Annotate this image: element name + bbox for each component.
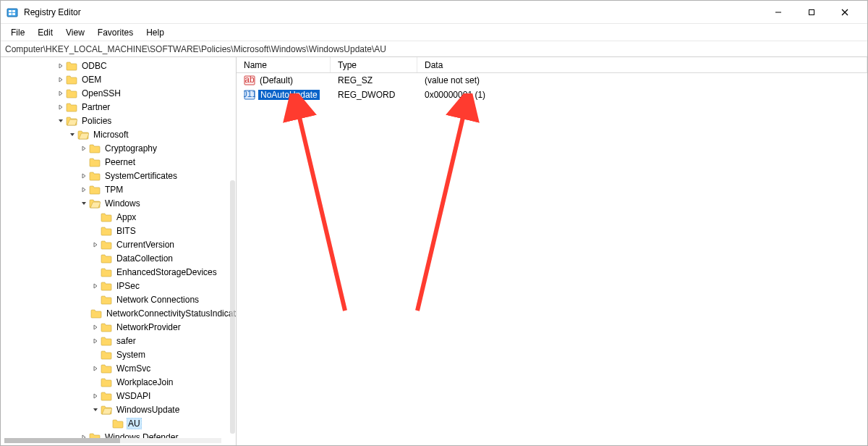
column-header-data[interactable]: Data bbox=[417, 57, 867, 72]
registry-editor-window: Registry Editor FileEditViewFavoritesHel… bbox=[0, 0, 868, 446]
folder-icon bbox=[90, 308, 102, 319]
address-bar[interactable]: Computer\HKEY_LOCAL_MACHINE\SOFTWARE\Pol… bbox=[1, 41, 867, 57]
tree-item-datacollection[interactable]: DataCollection bbox=[1, 251, 236, 265]
folder-icon bbox=[101, 281, 112, 291]
folder-icon bbox=[66, 61, 77, 71]
folder-icon bbox=[112, 418, 124, 429]
twisty-none bbox=[102, 416, 112, 430]
window-controls bbox=[762, 1, 861, 24]
tree-item-windowsupdate[interactable]: WindowsUpdate bbox=[1, 403, 236, 416]
close-button[interactable] bbox=[828, 1, 861, 24]
chevron-right-icon[interactable] bbox=[79, 182, 89, 196]
tree-horizontal-scrollbar-thumb[interactable] bbox=[4, 438, 120, 443]
tree-item-currentversion[interactable]: CurrentVersion bbox=[1, 237, 236, 251]
tree-item-windows[interactable]: Windows bbox=[1, 196, 236, 210]
chevron-right-icon[interactable] bbox=[90, 279, 101, 293]
chevron-right-icon[interactable] bbox=[90, 334, 101, 348]
folder-icon bbox=[101, 377, 112, 387]
svg-rect-0 bbox=[7, 9, 17, 17]
tree-item-enhancedstoragedevices[interactable]: EnhancedStorageDevices bbox=[1, 265, 236, 279]
chevron-right-icon[interactable] bbox=[90, 237, 101, 251]
svg-rect-4 bbox=[12, 13, 15, 15]
tree-item-oem[interactable]: OEM bbox=[1, 72, 236, 86]
tree-item-appx[interactable]: Appx bbox=[1, 210, 236, 224]
value-row[interactable]: ab(Default)REG_SZ(value not set) bbox=[237, 73, 867, 88]
menu-item-favorites[interactable]: Favorites bbox=[92, 26, 139, 39]
tree-item-wcmsvc[interactable]: WcmSvc bbox=[1, 361, 236, 375]
chevron-right-icon[interactable] bbox=[90, 320, 101, 334]
tree-item-systemcertificates[interactable]: SystemCertificates bbox=[1, 169, 236, 182]
tree-item-label: WorkplaceJoin bbox=[115, 377, 174, 387]
chevron-right-icon[interactable] bbox=[79, 169, 89, 182]
folder-icon bbox=[66, 116, 77, 126]
tree-item-label: AU bbox=[127, 418, 142, 429]
folder-icon bbox=[89, 185, 101, 195]
folder-icon bbox=[101, 391, 112, 401]
tree-item-label: Microsoft bbox=[92, 130, 130, 140]
tree-item-microsoft[interactable]: Microsoft bbox=[1, 127, 236, 141]
tree-item-label: CurrentVersion bbox=[115, 240, 176, 250]
svg-rect-6 bbox=[809, 9, 814, 14]
tree-item-peernet[interactable]: Peernet bbox=[1, 155, 236, 169]
tree-item-odbc[interactable]: ODBC bbox=[1, 59, 236, 72]
menu-item-edit[interactable]: Edit bbox=[32, 26, 59, 39]
chevron-right-icon[interactable] bbox=[56, 59, 66, 72]
tree-item-network-connections[interactable]: Network Connections bbox=[1, 293, 236, 306]
tree-pane[interactable]: ODBCOEMOpenSSHPartnerPoliciesMicrosoftCr… bbox=[1, 57, 237, 445]
chevron-right-icon[interactable] bbox=[56, 100, 66, 114]
tree-item-cryptography[interactable]: Cryptography bbox=[1, 141, 236, 155]
folder-icon bbox=[101, 363, 112, 374]
folder-icon bbox=[101, 253, 112, 264]
folder-icon bbox=[101, 322, 112, 332]
tree-item-label: safer bbox=[115, 336, 137, 346]
tree-item-tpm[interactable]: TPM bbox=[1, 182, 236, 196]
titlebar[interactable]: Registry Editor bbox=[1, 1, 867, 24]
tree-item-bits[interactable]: BITS bbox=[1, 224, 236, 237]
folder-icon bbox=[89, 171, 101, 181]
twisty-none bbox=[90, 251, 101, 265]
chevron-right-icon[interactable] bbox=[90, 361, 101, 375]
chevron-right-icon[interactable] bbox=[90, 389, 101, 403]
chevron-down-icon[interactable] bbox=[79, 196, 89, 210]
tree-item-openssh[interactable]: OpenSSH bbox=[1, 86, 236, 100]
vertical-scrollbar[interactable] bbox=[230, 180, 235, 434]
svg-text:ab: ab bbox=[244, 75, 255, 85]
tree-item-networkconnectivitystatusindicator[interactable]: NetworkConnectivityStatusIndicator bbox=[1, 306, 236, 320]
folder-icon bbox=[89, 157, 101, 167]
chevron-down-icon[interactable] bbox=[56, 114, 66, 127]
maximize-button[interactable] bbox=[795, 1, 828, 24]
folder-icon bbox=[66, 102, 77, 112]
tree-item-label: Windows bbox=[103, 198, 142, 209]
chevron-down-icon[interactable] bbox=[90, 403, 101, 416]
column-header-name[interactable]: Name bbox=[237, 57, 331, 72]
tree-item-label: IPSec bbox=[115, 281, 141, 291]
menu-item-file[interactable]: File bbox=[5, 26, 30, 39]
value-row[interactable]: 011NoAutoUpdateREG_DWORD0x00000001 (1) bbox=[237, 88, 867, 102]
tree-item-wsdapi[interactable]: WSDAPI bbox=[1, 389, 236, 403]
minimize-button[interactable] bbox=[762, 1, 795, 24]
tree-item-ipsec[interactable]: IPSec bbox=[1, 279, 236, 293]
tree-item-workplacejoin[interactable]: WorkplaceJoin bbox=[1, 375, 236, 389]
twisty-none bbox=[90, 293, 101, 306]
tree-item-policies[interactable]: Policies bbox=[1, 114, 236, 127]
tree-item-label: WindowsUpdate bbox=[115, 405, 181, 415]
folder-icon bbox=[101, 350, 112, 360]
tree-item-au[interactable]: AU bbox=[1, 416, 236, 430]
chevron-right-icon[interactable] bbox=[56, 86, 66, 100]
folder-icon bbox=[89, 143, 101, 153]
tree-item-system[interactable]: System bbox=[1, 348, 236, 361]
tree-item-label: OEM bbox=[80, 75, 103, 85]
column-header-type[interactable]: Type bbox=[331, 57, 417, 72]
tree-item-label: Network Connections bbox=[115, 295, 200, 305]
menu-item-help[interactable]: Help bbox=[140, 26, 170, 39]
chevron-right-icon[interactable] bbox=[79, 141, 89, 155]
menu-item-view[interactable]: View bbox=[60, 26, 90, 39]
tree-item-safer[interactable]: safer bbox=[1, 334, 236, 348]
svg-rect-2 bbox=[12, 10, 15, 12]
values-pane[interactable]: Name Type Data ab(Default)REG_SZ(value n… bbox=[237, 57, 867, 445]
tree-item-networkprovider[interactable]: NetworkProvider bbox=[1, 320, 236, 334]
chevron-right-icon[interactable] bbox=[56, 72, 66, 86]
tree-item-label: ODBC bbox=[80, 61, 109, 71]
chevron-down-icon[interactable] bbox=[67, 127, 77, 141]
tree-item-partner[interactable]: Partner bbox=[1, 100, 236, 114]
